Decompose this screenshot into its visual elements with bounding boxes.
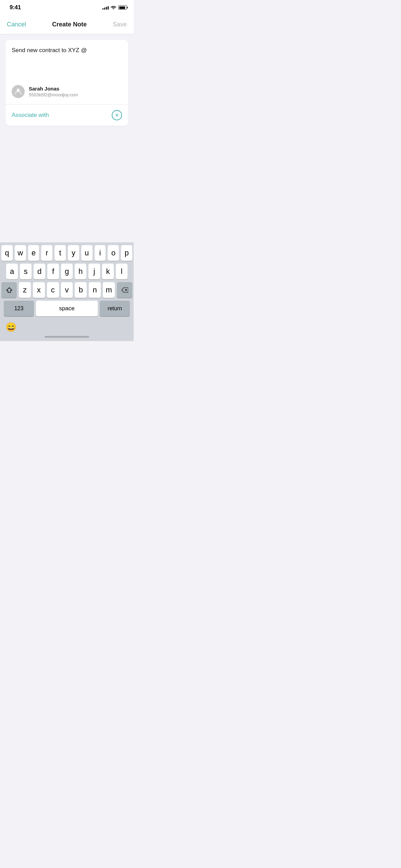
keyboard: q w e r t y u i o p a s d f g h j k l z … — [0, 242, 134, 341]
keyboard-row-4: 123 space return — [0, 301, 134, 316]
key-a[interactable]: a — [6, 264, 18, 279]
associate-with-row[interactable]: Associate with + — [5, 105, 128, 126]
key-f[interactable]: f — [47, 264, 59, 279]
signal-icon — [102, 5, 109, 10]
keyboard-bottom-row: 😄 — [0, 319, 134, 334]
note-text-area[interactable]: Send new contract to XYZ @ — [5, 40, 128, 81]
status-time: 9:41 — [10, 4, 21, 11]
return-key[interactable]: return — [100, 301, 130, 316]
key-l[interactable]: l — [116, 264, 127, 279]
key-g[interactable]: g — [61, 264, 73, 279]
key-y[interactable]: y — [68, 245, 79, 261]
wifi-icon — [111, 5, 116, 10]
key-r[interactable]: r — [41, 245, 52, 261]
key-p[interactable]: p — [121, 245, 132, 261]
save-button[interactable]: Save — [113, 21, 127, 28]
key-w[interactable]: w — [15, 245, 26, 261]
key-u[interactable]: u — [81, 245, 93, 261]
shift-key[interactable] — [1, 282, 17, 298]
avatar-icon — [14, 87, 22, 96]
key-s[interactable]: s — [20, 264, 32, 279]
note-card: Send new contract to XYZ @ Sarah Jonas 5… — [5, 40, 128, 126]
key-x[interactable]: x — [33, 282, 45, 298]
cancel-button[interactable]: Cancel — [7, 21, 26, 28]
navigation-bar: Cancel Create Note Save — [0, 15, 134, 34]
key-b[interactable]: b — [75, 282, 87, 298]
key-q[interactable]: q — [1, 245, 13, 261]
status-bar: 9:41 — [0, 0, 134, 15]
home-indicator — [0, 334, 134, 341]
keyboard-row-3: z x c v b n m — [0, 282, 134, 298]
key-j[interactable]: j — [88, 264, 100, 279]
associate-plus-button[interactable]: + — [112, 110, 122, 120]
associate-label: Associate with — [12, 112, 49, 119]
key-k[interactable]: k — [102, 264, 114, 279]
space-key[interactable]: space — [36, 301, 98, 316]
battery-icon — [118, 5, 127, 10]
emoji-button[interactable]: 😄 — [5, 322, 16, 333]
key-o[interactable]: o — [108, 245, 119, 261]
numbers-key[interactable]: 123 — [4, 301, 34, 316]
status-icons — [102, 5, 127, 10]
contact-row: Sarah Jonas 5503b5f2@moodjoy.com — [5, 81, 128, 104]
key-z[interactable]: z — [19, 282, 31, 298]
key-h[interactable]: h — [75, 264, 86, 279]
key-m[interactable]: m — [103, 282, 115, 298]
key-i[interactable]: i — [95, 245, 106, 261]
note-content: Send new contract to XYZ @ — [12, 46, 122, 55]
avatar — [12, 85, 25, 98]
contact-name: Sarah Jonas — [29, 86, 78, 92]
svg-point-0 — [17, 88, 20, 92]
key-e[interactable]: e — [28, 245, 39, 261]
background-area — [0, 126, 134, 242]
key-c[interactable]: c — [47, 282, 59, 298]
delete-key[interactable] — [117, 282, 132, 298]
contact-email: 5503b5f2@moodjoy.com — [29, 92, 78, 97]
key-t[interactable]: t — [54, 245, 66, 261]
keyboard-row-2: a s d f g h j k l — [0, 264, 134, 279]
key-d[interactable]: d — [34, 264, 45, 279]
contact-info: Sarah Jonas 5503b5f2@moodjoy.com — [29, 86, 78, 97]
key-n[interactable]: n — [89, 282, 101, 298]
page-title: Create Note — [52, 21, 87, 28]
key-v[interactable]: v — [61, 282, 73, 298]
keyboard-row-1: q w e r t y u i o p — [0, 245, 134, 261]
